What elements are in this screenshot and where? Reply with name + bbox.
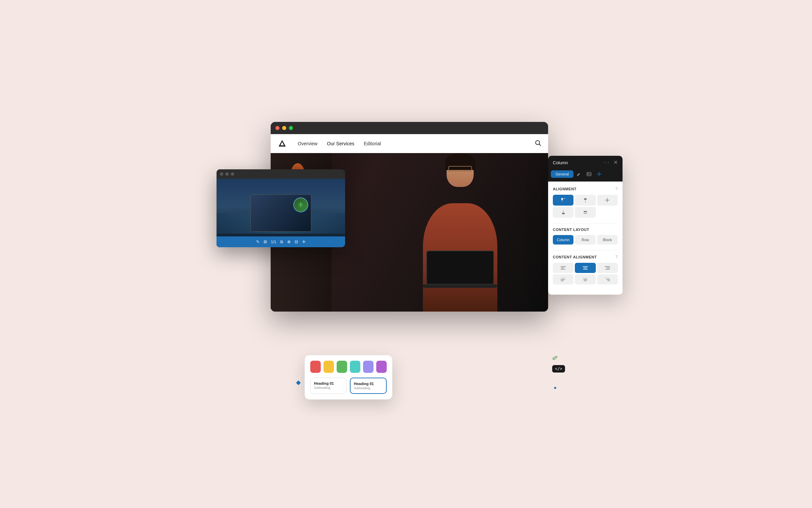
panel-close-button[interactable]: ✕ xyxy=(613,160,618,165)
column-panel: Column ··· ✕ General xyxy=(548,156,623,295)
alignment-help-icon[interactable]: ? xyxy=(615,186,618,191)
align-btn-topleft[interactable] xyxy=(553,195,573,206)
content-align-grid xyxy=(553,263,618,284)
dot-decoration: · xyxy=(507,373,508,376)
navbar-link-editorial[interactable]: Editorial xyxy=(364,141,381,146)
content-alignment-header: Content Alignment ? xyxy=(553,254,618,259)
brush-icon xyxy=(577,172,581,176)
navbar-link-services[interactable]: Our Services xyxy=(327,141,354,146)
swatch-yellow[interactable] xyxy=(323,361,334,373)
counter-display: 1/1 xyxy=(271,240,276,244)
swatch-red[interactable] xyxy=(310,361,321,373)
content-align-btn-1[interactable] xyxy=(553,263,573,273)
swatch-lavender[interactable] xyxy=(363,361,374,373)
content-align-btn-5[interactable] xyxy=(575,274,595,284)
content-align-btn-6[interactable] xyxy=(597,274,618,284)
edit-tool-icon[interactable]: ✎ xyxy=(256,239,260,244)
leaf-icon xyxy=(297,202,304,208)
content-align-btn-3[interactable] xyxy=(597,263,618,273)
svg-rect-8 xyxy=(561,200,563,201)
alignment-section-header: Alignment ? xyxy=(553,186,618,191)
sparkle-left: ◆ xyxy=(296,379,301,386)
panel-tabs-row: General xyxy=(551,169,604,179)
navbar-logo xyxy=(277,139,287,148)
align-bottomcenter-icon xyxy=(583,210,588,215)
align-topright-icon xyxy=(605,197,610,203)
image-icon xyxy=(587,172,591,176)
person-figure xyxy=(399,153,521,312)
panel-tab-settings[interactable] xyxy=(594,169,604,179)
content-align-btn-2[interactable] xyxy=(575,263,595,273)
secondary-titlebar xyxy=(217,169,345,179)
content-layout-section: Content Layout Column Row Block xyxy=(553,228,618,245)
content-align-btn-4[interactable] xyxy=(553,274,573,284)
panel-tab-general[interactable]: General xyxy=(551,170,573,178)
grid-tool-icon[interactable]: ⊞ xyxy=(264,239,267,244)
sec-tl-2 xyxy=(225,172,229,176)
navbar-links: Overview Our Services Editorial xyxy=(298,141,381,146)
content-alignment-title: Content Alignment xyxy=(553,255,597,259)
card-options: Heading 01 Subheading Heading 01 Subhead… xyxy=(310,378,387,394)
card-option-2[interactable]: Heading 01 Subheading xyxy=(350,378,387,394)
pencil-decorative-icon: ✏ xyxy=(550,353,560,363)
main-browser-titlebar xyxy=(271,122,548,134)
settings-icon xyxy=(597,172,602,176)
card-option-2-title: Heading 01 xyxy=(354,382,383,386)
align-topleft-icon xyxy=(561,197,566,203)
align-topcenter-icon xyxy=(583,197,588,203)
svg-rect-11 xyxy=(584,198,587,200)
content-layout-title: Content Layout xyxy=(553,228,589,232)
panel-title: Column xyxy=(553,160,568,165)
sec-tl-3 xyxy=(231,172,234,176)
add-tool-icon[interactable]: ⊕ xyxy=(287,239,291,244)
panel-tab-image[interactable] xyxy=(584,169,594,179)
copy-tool-icon[interactable]: ⧉ xyxy=(280,239,283,244)
secondary-content: ✎ ⊞ 1/1 ⧉ ⊕ ⊟ ✛ xyxy=(217,179,345,247)
svg-line-1 xyxy=(539,144,541,146)
align-right-bottom-icon xyxy=(605,277,610,281)
svg-rect-15 xyxy=(562,213,565,214)
content-alignment-help[interactable]: ? xyxy=(615,254,618,259)
swatch-purple[interactable] xyxy=(376,361,387,373)
layout-block-btn[interactable]: Block xyxy=(597,235,618,245)
color-picker-panel: Heading 01 Subheading Heading 01 Subhead… xyxy=(304,355,392,400)
delete-tool-icon[interactable]: ⊟ xyxy=(295,239,298,244)
panel-more-button[interactable]: ··· xyxy=(604,160,610,166)
alignment-grid xyxy=(553,195,618,218)
traffic-light-maximize[interactable] xyxy=(289,126,293,130)
align-left-bottom-icon xyxy=(561,277,566,281)
color-swatches xyxy=(310,361,387,373)
align-left-top-icon xyxy=(561,266,566,270)
panel-header-actions: ··· ✕ xyxy=(604,160,618,166)
swatch-green[interactable] xyxy=(337,361,347,373)
move-tool-icon[interactable]: ✛ xyxy=(302,239,306,244)
navbar-link-overview[interactable]: Overview xyxy=(298,141,317,146)
align-btn-topright[interactable] xyxy=(597,195,618,206)
alignment-section: Alignment ? xyxy=(553,186,618,218)
traffic-light-minimize[interactable] xyxy=(282,126,286,130)
secondary-image-bg: ✎ ⊞ 1/1 ⧉ ⊕ ⊟ ✛ xyxy=(217,179,345,247)
svg-rect-7 xyxy=(561,198,563,200)
layout-row-btn[interactable]: Row xyxy=(575,235,595,245)
layout-column-btn[interactable]: Column xyxy=(553,235,573,245)
divider-2 xyxy=(553,250,618,250)
content-alignment-section: Content Alignment ? xyxy=(553,254,618,284)
align-btn-empty xyxy=(597,207,618,218)
align-btn-bottomleft[interactable] xyxy=(553,207,573,218)
align-center-top-icon xyxy=(583,266,588,270)
panel-body: Alignment ? xyxy=(548,182,623,295)
svg-point-3 xyxy=(577,175,579,176)
swatch-teal[interactable] xyxy=(350,361,360,373)
svg-rect-17 xyxy=(584,213,587,214)
editor-thumb[interactable] xyxy=(293,197,308,212)
traffic-light-close[interactable] xyxy=(275,126,279,130)
card-option-1[interactable]: Heading 01 Subheading xyxy=(310,378,346,394)
align-btn-bottomcenter[interactable] xyxy=(575,207,595,218)
editor-toolbar: ✎ ⊞ 1/1 ⧉ ⊕ ⊟ ✛ xyxy=(217,236,345,247)
align-btn-topcenter[interactable] xyxy=(575,195,595,206)
code-tag-decoration: </> xyxy=(552,365,565,373)
navbar-search-button[interactable] xyxy=(535,140,541,148)
panel-tabs: General xyxy=(548,169,623,182)
panel-tab-brush[interactable] xyxy=(574,169,584,179)
card-option-1-title: Heading 01 xyxy=(314,381,343,385)
